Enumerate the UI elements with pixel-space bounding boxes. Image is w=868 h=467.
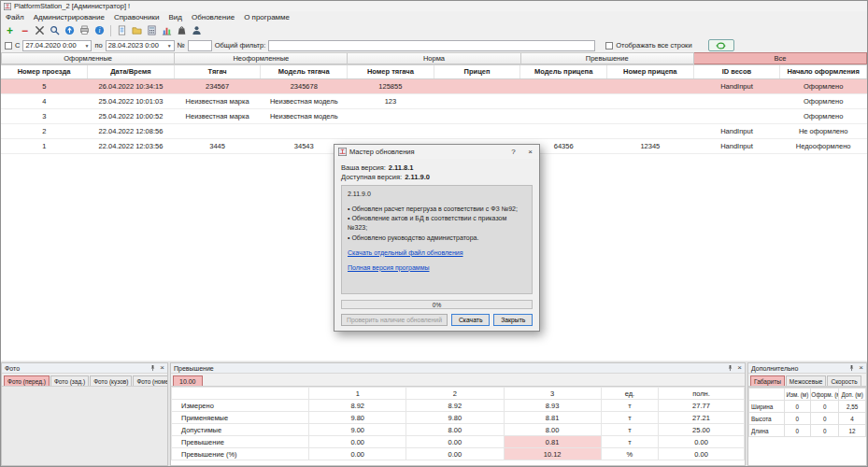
panel-close-icon[interactable]: × xyxy=(160,364,164,372)
calculator-icon[interactable] xyxy=(145,23,159,37)
table-row[interactable]: 325.04.2022 10:00:52Неизвестная маркаНеи… xyxy=(1,108,867,123)
cell[interactable]: 1 xyxy=(1,138,88,153)
cell[interactable]: 25.04.2022 10:01:03 xyxy=(88,93,175,108)
photo-tab-1[interactable]: Фото (зад.) xyxy=(50,375,89,386)
cell[interactable]: 4 xyxy=(1,93,88,108)
column-header[interactable]: ID весов xyxy=(693,65,780,78)
status-tab-0[interactable]: Оформленные xyxy=(1,52,175,64)
cell[interactable]: 3445 xyxy=(174,138,261,153)
cell[interactable]: 234567 xyxy=(174,78,261,93)
cell[interactable]: HandInput xyxy=(693,138,780,153)
cell[interactable] xyxy=(520,93,607,108)
download-update-file-link[interactable]: Скачать отдельный файл обновления xyxy=(348,248,526,258)
column-header[interactable]: Дата/Время xyxy=(88,65,175,78)
panel-close-icon[interactable]: × xyxy=(737,364,742,372)
cell[interactable] xyxy=(520,78,607,93)
info-icon[interactable]: i xyxy=(92,23,107,37)
menu-item-2[interactable]: Справочники xyxy=(109,13,164,21)
cell[interactable]: Оформлено xyxy=(780,93,867,108)
cell[interactable] xyxy=(693,93,780,108)
cell[interactable]: 22.04.2022 12:03:56 xyxy=(88,138,175,153)
cell[interactable] xyxy=(434,108,520,123)
refresh-button[interactable] xyxy=(708,39,734,51)
menu-item-4[interactable]: Обновление xyxy=(187,13,239,21)
menu-item-0[interactable]: Файл xyxy=(1,13,29,21)
cell[interactable] xyxy=(434,123,520,138)
cell[interactable]: 22.04.2022 12:08:56 xyxy=(88,123,175,138)
cell[interactable] xyxy=(606,108,693,123)
cell[interactable]: 26.04.2022 10:34:15 xyxy=(88,78,175,93)
column-header[interactable]: Тягач xyxy=(174,65,261,78)
cell[interactable]: Неизвестная модель xyxy=(261,108,348,123)
cell[interactable]: HandInput xyxy=(693,78,780,93)
date-filter-checkbox[interactable] xyxy=(5,42,12,50)
update-icon[interactable] xyxy=(63,23,77,37)
cell[interactable]: Неизвестная модель xyxy=(261,93,348,108)
status-tab-3[interactable]: Превышение xyxy=(521,52,694,64)
print-icon[interactable] xyxy=(78,23,92,37)
check-updates-button[interactable]: Проверить наличие обновлений xyxy=(341,314,448,326)
scales-icon[interactable] xyxy=(175,23,189,37)
cell[interactable]: 12345 xyxy=(606,138,693,153)
full-version-link[interactable]: Полная версия программы xyxy=(348,263,526,273)
search-icon[interactable] xyxy=(48,23,62,37)
cell[interactable] xyxy=(434,78,520,93)
additional-tab-1[interactable]: Межосевые xyxy=(786,375,827,386)
photo-tab-0[interactable]: Фото (перед.) xyxy=(4,375,50,386)
status-tab-2[interactable]: Норма xyxy=(348,52,520,64)
date-to-input[interactable]: 28.04.2023 0:00 ▼ xyxy=(106,40,175,51)
status-tab-1[interactable]: Неоформленные xyxy=(175,52,348,64)
cell[interactable]: 2345678 xyxy=(261,78,348,93)
cell[interactable]: HandInput xyxy=(693,123,780,138)
cell[interactable]: Оформлено xyxy=(780,108,867,123)
panel-close-icon[interactable]: × xyxy=(859,364,863,372)
remove-icon[interactable]: − xyxy=(18,23,32,37)
cell[interactable] xyxy=(348,123,434,138)
column-header[interactable]: Номер проезда xyxy=(1,65,88,78)
additional-tab-2[interactable]: Скорость xyxy=(827,375,861,386)
cell[interactable]: 5 xyxy=(1,78,88,93)
column-header[interactable]: Модель тягача xyxy=(261,65,348,78)
column-header[interactable]: Начало оформления xyxy=(780,65,867,78)
cell[interactable]: Неизвестная марка xyxy=(174,108,261,123)
column-header[interactable]: Прицеп xyxy=(434,65,520,78)
download-button[interactable]: Скачать xyxy=(451,314,491,326)
table-row[interactable]: 222.04.2022 12:08:56HandInputНе оформлен… xyxy=(1,123,867,138)
cell[interactable] xyxy=(434,93,520,108)
status-tab-4[interactable]: Все xyxy=(694,52,867,64)
column-header[interactable]: Модель прицепа xyxy=(520,65,607,78)
cell[interactable]: 125855 xyxy=(348,78,434,93)
additional-tab-0[interactable]: Габариты xyxy=(750,375,785,386)
show-all-rows-checkbox[interactable] xyxy=(605,42,613,50)
photo-tab-2[interactable]: Фото (кузов) xyxy=(90,375,132,386)
cell[interactable]: 123 xyxy=(348,93,434,108)
cell[interactable] xyxy=(693,108,780,123)
menu-item-3[interactable]: Вид xyxy=(164,13,186,21)
cell[interactable]: Оформлено xyxy=(780,78,867,93)
cell[interactable] xyxy=(348,108,434,123)
date-from-input[interactable]: 27.04.2020 0:00 ▼ xyxy=(22,40,92,51)
cell[interactable] xyxy=(261,123,348,138)
photo-tab-3[interactable]: Фото (номер пл.) xyxy=(133,375,168,386)
cell[interactable]: Не оформлено xyxy=(780,123,867,138)
cell[interactable] xyxy=(520,108,607,123)
folder-icon[interactable] xyxy=(130,23,144,37)
user-icon[interactable] xyxy=(190,23,204,37)
cell[interactable]: Неизвестная марка xyxy=(174,93,261,108)
general-filter-input[interactable] xyxy=(268,40,595,51)
pin-icon[interactable] xyxy=(149,364,156,372)
pin-icon[interactable] xyxy=(727,364,733,372)
cell[interactable] xyxy=(606,93,693,108)
close-button[interactable]: Закрыть xyxy=(493,314,533,326)
table-row[interactable]: 526.04.2022 10:34:152345672345678125855H… xyxy=(1,78,867,93)
cell[interactable] xyxy=(606,123,693,138)
passage-number-input[interactable] xyxy=(188,40,212,51)
report-icon[interactable] xyxy=(115,23,129,37)
speed-limit-tab[interactable]: 10.00 xyxy=(173,375,203,386)
add-icon[interactable]: + xyxy=(3,23,17,37)
menu-item-1[interactable]: Администрирование xyxy=(29,13,109,21)
cell[interactable] xyxy=(520,123,607,138)
dialog-close-button[interactable]: × xyxy=(523,146,537,158)
column-header[interactable]: Номер прицепа xyxy=(606,65,693,78)
cell[interactable]: 25.04.2022 10:00:52 xyxy=(88,108,175,123)
